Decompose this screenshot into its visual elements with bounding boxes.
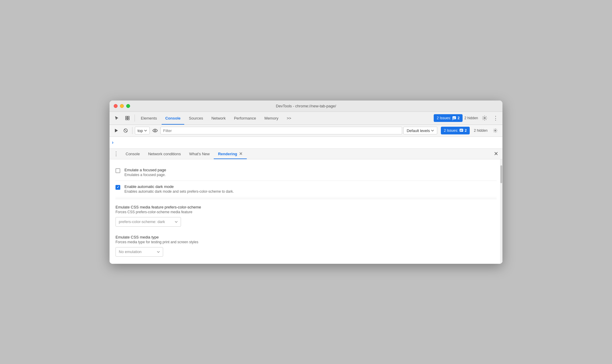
panel-tab-console[interactable]: Console bbox=[121, 148, 144, 159]
toolbar-right: 2 Issues: 2 2 hidden ⋮ bbox=[434, 113, 500, 123]
svg-rect-15 bbox=[460, 130, 463, 131]
svg-marker-9 bbox=[115, 129, 118, 132]
media-type-dropdown[interactable]: No emulation bbox=[115, 247, 163, 257]
secondary-settings-icon[interactable] bbox=[491, 126, 500, 135]
prefers-color-scheme-section: Emulate CSS media feature prefers-color-… bbox=[115, 200, 497, 229]
emulate-focused-checkbox[interactable] bbox=[115, 168, 120, 173]
close-button[interactable] bbox=[114, 104, 118, 108]
scrollbar-thumb[interactable] bbox=[500, 165, 502, 183]
issues-icon bbox=[452, 116, 456, 120]
panel-menu-icon[interactable]: ⋮ bbox=[112, 150, 120, 158]
render-item-emulate-focused: Emulate a focused page Emulates a focuse… bbox=[115, 164, 497, 181]
cursor-icon[interactable] bbox=[112, 113, 121, 123]
context-selector[interactable]: top bbox=[135, 127, 150, 134]
minimize-button[interactable] bbox=[120, 104, 124, 108]
dropdown-chevron-icon bbox=[175, 221, 178, 223]
window-title: DevTools - chrome://new-tab-page/ bbox=[276, 104, 336, 108]
sec-separator bbox=[132, 127, 132, 134]
secondary-toolbar: top Default levels 2 Issues: bbox=[110, 125, 502, 137]
svg-rect-6 bbox=[453, 118, 455, 119]
bottom-panel: ⋮ Console Network conditions What's New … bbox=[110, 149, 502, 264]
tab-more[interactable]: >> bbox=[283, 112, 295, 125]
svg-marker-7 bbox=[452, 119, 453, 120]
section-divider bbox=[115, 199, 497, 199]
media-type-section: Emulate CSS media type Forces media type… bbox=[115, 229, 497, 259]
panel-tab-network-conditions[interactable]: Network conditions bbox=[144, 148, 185, 159]
svg-rect-3 bbox=[128, 118, 129, 120]
secondary-hidden-count: 2 hidden bbox=[474, 128, 488, 133]
rendering-scroll-area: Emulate a focused page Emulates a focuse… bbox=[110, 159, 502, 264]
svg-rect-2 bbox=[126, 118, 127, 120]
tab-network[interactable]: Network bbox=[208, 112, 229, 125]
prefers-color-scheme-dropdown[interactable]: prefers-color-scheme: dark bbox=[115, 217, 181, 227]
svg-rect-14 bbox=[460, 130, 463, 130]
more-options-icon[interactable]: ⋮ bbox=[491, 114, 500, 123]
filter-input[interactable] bbox=[160, 127, 402, 134]
default-levels-selector[interactable]: Default levels bbox=[403, 127, 437, 134]
eye-icon[interactable] bbox=[151, 126, 159, 135]
tab-performance[interactable]: Performance bbox=[230, 112, 260, 125]
svg-point-12 bbox=[154, 130, 156, 131]
svg-line-11 bbox=[124, 129, 127, 132]
secondary-issues-icon bbox=[459, 128, 463, 133]
devtools-window: DevTools - chrome://new-tab-page/ Elemen… bbox=[110, 101, 502, 264]
run-icon[interactable] bbox=[112, 126, 120, 135]
panel-tab-whats-new[interactable]: What's New bbox=[185, 148, 214, 159]
emulate-focused-text: Emulate a focused page Emulates a focuse… bbox=[124, 168, 166, 177]
toolbar-separator-1 bbox=[135, 114, 135, 122]
traffic-lights bbox=[114, 104, 130, 108]
levels-chevron-icon bbox=[431, 130, 434, 131]
svg-rect-16 bbox=[460, 131, 462, 131]
tab-sources[interactable]: Sources bbox=[185, 112, 207, 125]
issues-label: 2 Issues: bbox=[437, 116, 451, 120]
inspect-icon[interactable] bbox=[123, 113, 132, 123]
maximize-button[interactable] bbox=[126, 104, 130, 108]
media-type-chevron-icon bbox=[157, 251, 160, 253]
panel-close-button[interactable]: ✕ bbox=[492, 150, 500, 158]
tab-memory[interactable]: Memory bbox=[261, 112, 282, 125]
scrollbar-track[interactable] bbox=[500, 159, 502, 264]
titlebar: DevTools - chrome://new-tab-page/ bbox=[110, 101, 502, 112]
issues-badge[interactable]: 2 Issues: 2 bbox=[434, 114, 463, 122]
auto-dark-text: Enable automatic dark mode Enables autom… bbox=[124, 184, 234, 194]
svg-rect-1 bbox=[128, 116, 129, 118]
rendering-panel: Emulate a focused page Emulates a focuse… bbox=[110, 159, 502, 264]
console-prompt-area: › bbox=[110, 137, 502, 149]
auto-dark-checkbox[interactable] bbox=[115, 185, 120, 190]
console-prompt-icon[interactable]: › bbox=[112, 140, 113, 145]
tab-elements[interactable]: Elements bbox=[137, 112, 160, 125]
panel-tabs-bar: ⋮ Console Network conditions What's New … bbox=[110, 149, 502, 159]
clear-icon[interactable] bbox=[121, 126, 130, 135]
main-toolbar: Elements Console Sources Network Perform… bbox=[110, 112, 502, 125]
svg-point-8 bbox=[484, 117, 485, 119]
issues-count: 2 bbox=[458, 116, 460, 120]
tab-console[interactable]: Console bbox=[162, 112, 184, 125]
hidden-count: 2 hidden bbox=[464, 116, 478, 120]
svg-point-17 bbox=[495, 130, 496, 131]
panel-tab-rendering[interactable]: Rendering ✕ bbox=[214, 148, 246, 159]
settings-icon[interactable] bbox=[480, 113, 489, 123]
svg-rect-0 bbox=[126, 116, 127, 118]
chevron-down-icon bbox=[144, 130, 147, 131]
render-item-auto-dark: Enable automatic dark mode Enables autom… bbox=[115, 181, 497, 197]
panel-tab-close-icon[interactable]: ✕ bbox=[239, 152, 243, 156]
svg-rect-5 bbox=[453, 118, 455, 118]
secondary-issues-badge[interactable]: 2 Issues: 2 bbox=[441, 127, 470, 134]
